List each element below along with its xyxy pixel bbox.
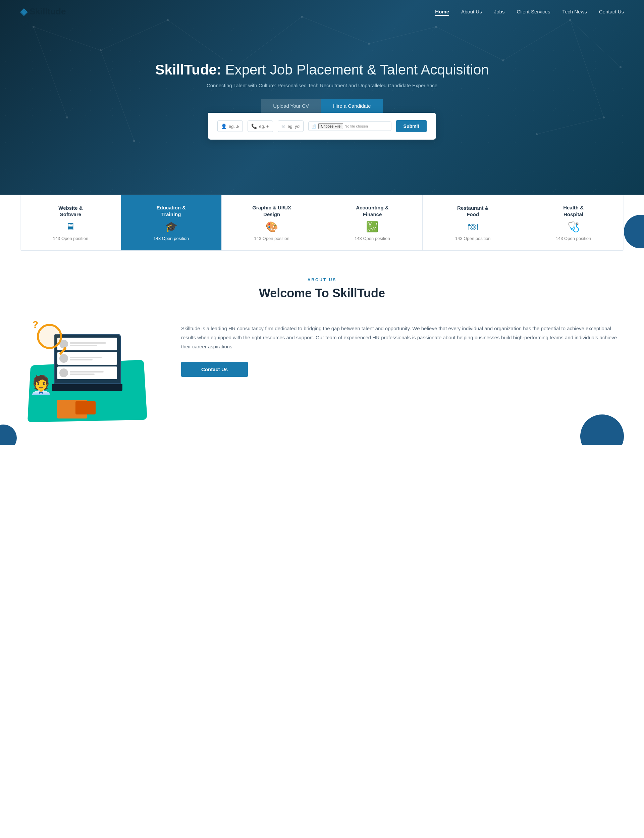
category-icon: 🎨 [266, 221, 278, 232]
email-input[interactable] [288, 124, 299, 129]
nav-client-services[interactable]: Client Services [517, 9, 550, 15]
svg-line-20 [436, 27, 503, 61]
tab-upload-cv[interactable]: Upload Your CV [261, 99, 321, 113]
illus-line [70, 345, 97, 346]
illustration-container: ? 🧑‍💼 [27, 317, 154, 425]
decorative-circle-bottom-left [0, 425, 17, 445]
illus-avatar-3 [59, 369, 68, 377]
svg-line-15 [100, 20, 168, 50]
illus-line [70, 359, 93, 361]
logo-text: Skilltude [30, 7, 66, 17]
svg-line-24 [100, 50, 134, 141]
nav-home[interactable]: Home [435, 9, 449, 16]
svg-point-1 [100, 49, 102, 51]
category-positions: 143 Open position [455, 236, 491, 241]
nav-contact[interactable]: Contact Us [599, 9, 624, 15]
categories-section: Website &Software 🖥 143 Open position Ed… [0, 195, 644, 251]
category-positions: 143 Open position [53, 236, 89, 241]
about-label: ABOUT US [20, 278, 624, 282]
category-accounting-finance[interactable]: Accounting &Finance 💹 143 Open position [322, 195, 422, 250]
category-icon: 🖥 [66, 221, 76, 232]
category-name: Graphic & UI/UXDesign [252, 204, 291, 217]
category-name: Accounting &Finance [356, 204, 389, 217]
tab-hire-candidate[interactable]: Hire a Candidate [321, 99, 383, 113]
hero-title-rest: Expert Job Placement & Talent Acquisitio… [222, 62, 489, 77]
illus-text-lines-3 [70, 371, 115, 375]
svg-point-7 [502, 59, 504, 61]
illus-laptop-base [52, 384, 122, 391]
about-content: ? 🧑‍💼 Skilltude is a leading HR consulta… [20, 317, 624, 425]
illus-card-3 [58, 367, 117, 379]
file-icon: 📄 [311, 124, 316, 128]
illus-avatar-2 [59, 354, 68, 363]
illus-magnify-glass [37, 324, 62, 349]
illus-question-mark: ? [32, 319, 38, 330]
category-icon: 💹 [366, 221, 378, 232]
category-education-training[interactable]: Education &Training 🎓 143 Open position [121, 195, 222, 250]
illus-person-figure: 🧑‍💼 [30, 376, 53, 394]
decorative-circle-right [624, 215, 644, 249]
email-icon: ✉ [281, 123, 286, 129]
category-positions: 143 Open position [254, 236, 289, 241]
about-illustration: ? 🧑‍💼 [20, 317, 161, 425]
illus-line [70, 342, 106, 344]
svg-point-0 [33, 26, 34, 28]
svg-line-19 [369, 27, 436, 44]
category-positions: 143 Open position [355, 236, 390, 241]
nav-about[interactable]: About Us [461, 9, 482, 15]
about-section: ABOUT US Welcome To SkillTude [0, 251, 644, 445]
svg-line-17 [235, 17, 302, 67]
contact-us-button[interactable]: Contact Us [181, 362, 248, 377]
svg-point-13 [603, 117, 605, 119]
category-icon: 🎓 [165, 221, 177, 232]
hero-subtitle: Connecting Talent with Culture: Personal… [207, 82, 437, 88]
category-positions: 143 Open position [556, 236, 591, 241]
hero-network-decoration [0, 0, 644, 195]
svg-line-25 [570, 20, 604, 117]
hero-tabs: Upload Your CV Hire a Candidate [261, 99, 383, 113]
nav-jobs[interactable]: Jobs [494, 9, 505, 15]
svg-point-9 [619, 66, 621, 68]
logo[interactable]: ◈ Skilltude [20, 6, 66, 17]
illus-box-2 [76, 401, 95, 415]
svg-line-26 [537, 117, 604, 134]
svg-line-23 [34, 27, 67, 117]
illus-line [70, 374, 95, 375]
illus-line [70, 371, 104, 372]
illus-line [70, 357, 102, 358]
submit-button[interactable]: Submit [396, 120, 427, 132]
hero-section: SkillTude: Expert Job Placement & Talent… [0, 0, 644, 195]
name-input[interactable] [229, 124, 239, 129]
svg-point-6 [435, 26, 437, 28]
category-name: Education &Training [156, 204, 186, 217]
category-icon: 🩺 [567, 221, 580, 232]
hero-form: 👤 📞 ✉ 📄 Submit [208, 113, 436, 140]
categories-grid: Website &Software 🖥 143 Open position Ed… [20, 195, 624, 251]
illus-card-2 [58, 352, 117, 365]
about-description: Skilltude is a leading HR consultancy fi… [181, 324, 624, 351]
file-input[interactable] [318, 123, 388, 129]
category-website-software[interactable]: Website &Software 🖥 143 Open position [20, 195, 121, 250]
svg-point-11 [133, 140, 135, 142]
category-name: Website &Software [58, 205, 82, 218]
logo-icon: ◈ [20, 6, 28, 17]
svg-line-16 [168, 20, 235, 67]
svg-point-12 [536, 133, 538, 135]
category-graphic-design[interactable]: Graphic & UI/UXDesign 🎨 143 Open positio… [222, 195, 322, 250]
category-health-hospital[interactable]: Health &Hospital 🩺 143 Open position [523, 195, 624, 250]
svg-line-22 [570, 20, 621, 67]
nav-tech-news[interactable]: Tech News [562, 9, 586, 15]
svg-point-5 [368, 43, 370, 44]
category-name: Health &Hospital [563, 204, 583, 217]
about-title: Welcome To SkillTude [20, 286, 624, 300]
svg-line-21 [503, 20, 570, 61]
category-positions: 143 Open position [153, 236, 189, 241]
category-restaurant-food[interactable]: Restaurant &Food 🍽 143 Open position [422, 195, 523, 250]
illus-text-lines-1 [70, 342, 115, 346]
email-field: ✉ [278, 120, 303, 132]
illus-text-lines-2 [70, 357, 115, 361]
file-field: 📄 [308, 122, 391, 131]
category-name: Restaurant &Food [457, 205, 488, 218]
phone-input[interactable] [259, 124, 269, 129]
name-field: 👤 [217, 120, 243, 132]
